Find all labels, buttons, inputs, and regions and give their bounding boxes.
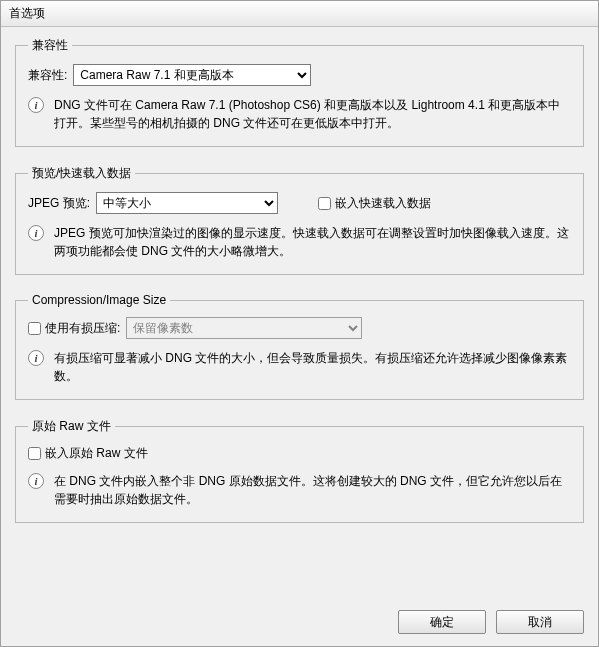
- cancel-button[interactable]: 取消: [496, 610, 584, 634]
- compatibility-group: 兼容性 兼容性: Camera Raw 7.1 和更高版本 i DNG 文件可在…: [15, 37, 584, 147]
- info-icon: i: [28, 350, 44, 366]
- jpeg-preview-select[interactable]: 中等大小: [96, 192, 278, 214]
- compatibility-label: 兼容性:: [28, 67, 67, 84]
- content-area: 兼容性 兼容性: Camera Raw 7.1 和更高版本 i DNG 文件可在…: [1, 27, 598, 602]
- compression-info: 有损压缩可显著减小 DNG 文件的大小，但会导致质量损失。有损压缩还允许选择减少…: [54, 349, 571, 385]
- raw-group: 原始 Raw 文件 嵌入原始 Raw 文件 i 在 DNG 文件内嵌入整个非 D…: [15, 418, 584, 523]
- lossy-label: 使用有损压缩:: [45, 320, 120, 337]
- titlebar: 首选项: [1, 1, 598, 27]
- raw-legend: 原始 Raw 文件: [28, 418, 115, 435]
- compatibility-select[interactable]: Camera Raw 7.1 和更高版本: [73, 64, 311, 86]
- preview-info: JPEG 预览可加快渲染过的图像的显示速度。快速载入数据可在调整设置时加快图像载…: [54, 224, 571, 260]
- preview-legend: 预览/快速载入数据: [28, 165, 135, 182]
- button-bar: 确定 取消: [1, 602, 598, 646]
- info-icon: i: [28, 225, 44, 241]
- lossy-checkbox[interactable]: 使用有损压缩:: [28, 320, 120, 337]
- embed-fastload-label: 嵌入快速载入数据: [335, 195, 431, 212]
- compatibility-legend: 兼容性: [28, 37, 72, 54]
- compression-group: Compression/Image Size 使用有损压缩: 保留像素数 i 有…: [15, 293, 584, 400]
- info-icon: i: [28, 473, 44, 489]
- embed-raw-label: 嵌入原始 Raw 文件: [45, 445, 148, 462]
- compatibility-info: DNG 文件可在 Camera Raw 7.1 (Photoshop CS6) …: [54, 96, 571, 132]
- window-title: 首选项: [9, 5, 45, 22]
- preview-group: 预览/快速载入数据 JPEG 预览: 中等大小 嵌入快速载入数据 i JPEG …: [15, 165, 584, 275]
- lossy-select: 保留像素数: [126, 317, 362, 339]
- embed-raw-checkbox[interactable]: 嵌入原始 Raw 文件: [28, 445, 148, 462]
- compression-legend: Compression/Image Size: [28, 293, 170, 307]
- info-icon: i: [28, 97, 44, 113]
- preferences-dialog: 首选项 兼容性 兼容性: Camera Raw 7.1 和更高版本 i DNG …: [0, 0, 599, 647]
- lossy-input[interactable]: [28, 322, 41, 335]
- jpeg-preview-label: JPEG 预览:: [28, 195, 90, 212]
- embed-fastload-input[interactable]: [318, 197, 331, 210]
- raw-info: 在 DNG 文件内嵌入整个非 DNG 原始数据文件。这将创建较大的 DNG 文件…: [54, 472, 571, 508]
- embed-raw-input[interactable]: [28, 447, 41, 460]
- embed-fastload-checkbox[interactable]: 嵌入快速载入数据: [318, 195, 431, 212]
- ok-button[interactable]: 确定: [398, 610, 486, 634]
